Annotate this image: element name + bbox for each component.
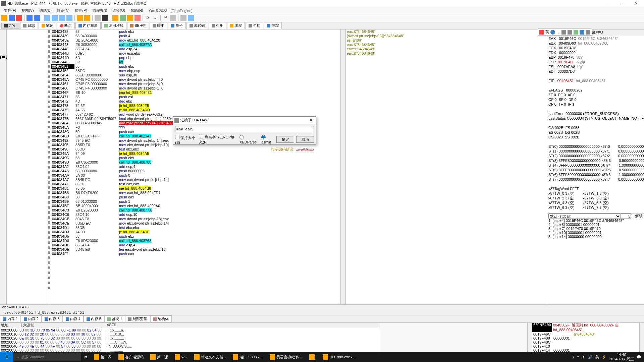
disasm-instruction[interactable]: mov ebp,esp bbox=[118, 69, 340, 73]
unlock-checkbox[interactable] bbox=[631, 214, 635, 218]
disasm-address[interactable]: 004034B3 bbox=[51, 191, 74, 195]
disasm-address[interactable]: 0040346F bbox=[51, 90, 74, 95]
tab-trace[interactable]: 跟踪 bbox=[264, 22, 282, 29]
register-row[interactable]: EAX 0019F46C 0019F46C &"84684648" bbox=[547, 36, 644, 41]
disasm-instruction[interactable]: push 4 bbox=[118, 34, 340, 38]
disasm-instruction[interactable]: mov ebx,hd_888.40A120 bbox=[118, 38, 340, 43]
hash-icon[interactable]: # bbox=[152, 15, 158, 21]
tab-handles[interactable]: 句柄 bbox=[246, 22, 263, 29]
taskbar-task[interactable] bbox=[306, 352, 319, 362]
tab-symbols[interactable]: 符号 bbox=[168, 22, 186, 29]
disasm-address[interactable]: 004034D1 bbox=[51, 226, 74, 230]
tray-up-icon[interactable]: ^ bbox=[577, 355, 579, 359]
disasm-address[interactable]: 00403454 bbox=[51, 73, 74, 77]
settings-icon[interactable] bbox=[180, 15, 186, 21]
disasm-address[interactable]: 004034AC bbox=[51, 178, 74, 182]
disasm-address[interactable]: 00403477 bbox=[51, 112, 74, 117]
disasm-address[interactable]: 00403448 bbox=[51, 47, 74, 51]
disasm-address[interactable]: 00403475 bbox=[51, 108, 74, 112]
disasm-address[interactable]: 00403495 bbox=[51, 143, 74, 147]
register-row[interactable]: EDI 000007D8 bbox=[547, 69, 644, 74]
open-icon[interactable] bbox=[1, 15, 7, 21]
disasm-instruction[interactable]: sub esp,30 bbox=[118, 73, 340, 77]
tab-threads[interactable]: 线程 bbox=[227, 22, 245, 29]
cancel-button[interactable]: 取消 bbox=[296, 136, 314, 143]
taskbar-task[interactable]: 客户端源码 bbox=[115, 352, 147, 362]
asmjit-radio[interactable]: asmjit bbox=[261, 135, 274, 144]
disasm-instruction[interactable]: push 80000005 bbox=[118, 169, 340, 173]
tab-watch[interactable]: 监视 1 bbox=[104, 315, 125, 322]
disasm-instruction[interactable]: push ebx bbox=[118, 156, 340, 160]
disasm-instruction[interactable]: mov dword ptr ss:[ebp-C],0 bbox=[118, 86, 340, 90]
stop-icon[interactable] bbox=[16, 15, 22, 21]
disasm-address[interactable]: 004034D5 bbox=[51, 234, 74, 239]
disasm-address[interactable]: 0040348C bbox=[51, 130, 74, 134]
disasm-instruction[interactable]: lea eax,dword ptr ss:[ebp-18] bbox=[118, 247, 340, 252]
disasm-address[interactable]: 00403461 bbox=[51, 82, 74, 86]
disasm-instruction[interactable]: mov ebx,dword ptr ss:[ebp-14] bbox=[118, 221, 340, 226]
ime-user-icon[interactable] bbox=[574, 30, 578, 35]
disasm-scrollbar[interactable] bbox=[340, 29, 345, 304]
register-row[interactable]: EDX 00000000 bbox=[547, 50, 644, 55]
dump-row[interactable]: 0002004049 00 4E 00 44 00 4F 00 57 00 53… bbox=[0, 344, 380, 348]
disasm-address[interactable]: 004034CE bbox=[51, 221, 74, 226]
taskbar-task[interactable]: HD_888.exe -... bbox=[319, 352, 359, 362]
volume-icon[interactable]: 🔊 bbox=[588, 355, 593, 359]
disasm-address[interactable]: 0040349D bbox=[51, 160, 74, 165]
disasm-instruction[interactable]: mov dword ptr ss:[ebp-4],0 bbox=[118, 77, 340, 82]
disasm-instruction[interactable]: mov dword ptr ss:[ebp-8],0 bbox=[118, 82, 340, 86]
disasm-instruction[interactable]: test ebx,ebx bbox=[118, 226, 340, 230]
disasm-address[interactable]: 004034C3 bbox=[51, 208, 74, 213]
disasm-address[interactable]: 004034A5 bbox=[51, 169, 74, 173]
az-icon[interactable]: Az bbox=[163, 15, 169, 21]
taskbar-task[interactable]: x32 bbox=[171, 352, 191, 362]
disasm-address[interactable]: 004034B9 bbox=[51, 199, 74, 204]
disasm-instruction[interactable]: jne hd_888.4034B8 bbox=[118, 186, 340, 191]
taskbar-task[interactable]: 新建文本文档... bbox=[191, 352, 229, 362]
trace-into-icon[interactable] bbox=[77, 15, 83, 21]
system-tray[interactable]: ᛒ ^ 🖧 🔊 英 ⚡ 14:40 2024/7/17 周三 💬 bbox=[570, 353, 644, 361]
comments-icon[interactable] bbox=[102, 15, 108, 21]
disasm-instruction[interactable]: mov esp,ebp bbox=[118, 51, 340, 56]
disasm-address[interactable]: 00403473 bbox=[51, 104, 74, 108]
stack-row[interactable]: 0019F46C&"84684648" bbox=[532, 332, 639, 336]
disasm-address[interactable]: 0040344B bbox=[51, 51, 74, 56]
ime-punct-icon[interactable]: ， bbox=[556, 29, 560, 35]
register-row[interactable]: ECX 0019F4D8 bbox=[547, 46, 644, 50]
disasm-address[interactable]: 00403452 bbox=[51, 69, 74, 73]
trace-over-icon[interactable] bbox=[84, 15, 90, 21]
menu-view[interactable]: 视图(V) bbox=[19, 7, 37, 14]
disasm-instruction[interactable]: ret bbox=[118, 60, 340, 64]
tab-source[interactable]: 源代码 bbox=[186, 22, 208, 29]
ime-toolbar[interactable]: 英 ， bbox=[538, 28, 592, 36]
register-row[interactable]: EBP 0019F478 '/09' bbox=[547, 55, 644, 60]
disasm-address[interactable]: 0040344E bbox=[51, 60, 74, 64]
network-icon[interactable]: 🖧 bbox=[582, 355, 585, 359]
disasm-panel[interactable]: EIP 00403438004034390040343E004034430040… bbox=[0, 29, 345, 304]
disasm-address[interactable]: 00403439 bbox=[51, 34, 74, 38]
registers-panel[interactable]: 隐藏FPU EAX 0019F46C 0019F46C &"84684648"E… bbox=[547, 29, 644, 304]
ime-tool-icon[interactable] bbox=[580, 30, 584, 35]
assemble-input[interactable] bbox=[175, 126, 314, 132]
bytes-column[interactable]: 5368 04000000BB 20A14000E8 3053000083C4 … bbox=[74, 29, 118, 304]
disasm-instruction[interactable]: pop ebp bbox=[118, 56, 340, 60]
xedparse-radio[interactable]: XEDParse bbox=[239, 135, 259, 144]
disasm-instruction[interactable]: mov eax,dword ptr ss:[ebp-14] bbox=[118, 178, 340, 182]
disasm-instruction[interactable]: call hd_888.40877A bbox=[118, 208, 340, 213]
power-icon[interactable]: ⚡ bbox=[602, 355, 606, 359]
ime-tray[interactable]: 英 bbox=[595, 355, 599, 360]
labels-icon[interactable] bbox=[112, 15, 118, 21]
disasm-instruction[interactable]: je hd_888.4034DE bbox=[118, 230, 340, 234]
disasm-address[interactable]: 004034B1 bbox=[51, 186, 74, 191]
tab-dump2[interactable]: 内存 2 bbox=[21, 315, 42, 322]
disasm-instruction[interactable]: mov ebx,hd_888.4099A0 bbox=[118, 204, 340, 208]
disasm-address[interactable]: 00403472 bbox=[51, 99, 74, 104]
tab-references[interactable]: 引用 bbox=[209, 22, 226, 29]
register-row[interactable] bbox=[547, 74, 644, 78]
pause-icon[interactable] bbox=[34, 15, 40, 21]
asm-column[interactable]: push ebxpush 4mov ebx,hd_888.40A120call … bbox=[118, 29, 340, 304]
step-over-icon[interactable] bbox=[52, 15, 58, 21]
variables-icon[interactable] bbox=[135, 15, 141, 21]
tab-callstack[interactable]: 调用堆栈 bbox=[101, 22, 126, 29]
disasm-address[interactable]: 00403484 bbox=[51, 121, 74, 125]
